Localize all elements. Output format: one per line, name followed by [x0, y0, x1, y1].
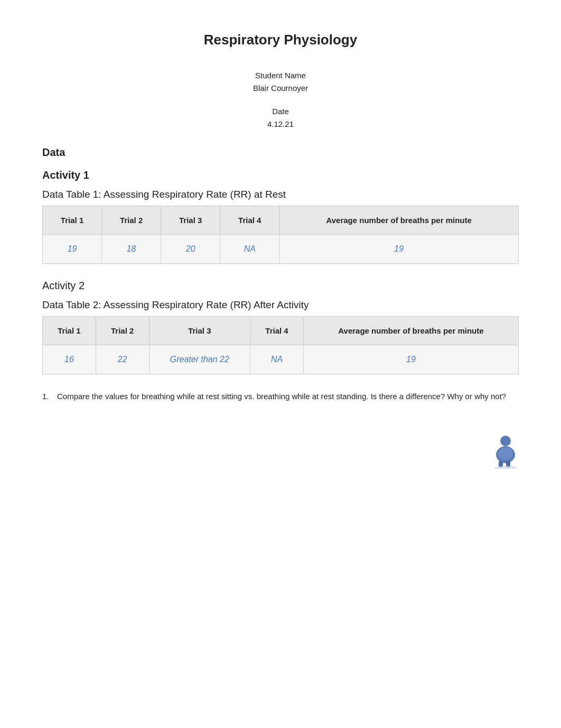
- activity2-table-label: Data Table 2: Assessing Respiratory Rate…: [42, 299, 519, 311]
- person-icon: [471, 435, 519, 469]
- svg-point-4: [494, 466, 517, 469]
- student-name: Blair Cournoyer: [42, 82, 519, 95]
- date-label: Date: [42, 105, 519, 118]
- activity2-heading: Activity 2: [42, 280, 519, 292]
- activity2-col-trial4: Trial 4: [250, 317, 304, 345]
- student-label: Student Name: [42, 69, 519, 82]
- activity1-trial4-value: NA: [220, 235, 279, 264]
- svg-point-0: [500, 436, 511, 446]
- activity2-col-trial2: Trial 2: [96, 317, 149, 345]
- activity2-col-trial3: Trial 3: [149, 317, 250, 345]
- student-info: Student Name Blair Cournoyer: [42, 69, 519, 95]
- activity1-average-value: 19: [279, 235, 519, 264]
- activity1-col-trial3: Trial 3: [161, 206, 220, 235]
- activity1-col-trial1: Trial 1: [43, 206, 102, 235]
- activity1-table: Trial 1 Trial 2 Trial 3 Trial 4 Average …: [42, 206, 519, 264]
- questions-section: 1. Compare the values for breathing whil…: [42, 390, 519, 403]
- activity1-col-trial2: Trial 2: [102, 206, 161, 235]
- question-1: 1. Compare the values for breathing whil…: [42, 390, 519, 403]
- date-info: Date 4.12.21: [42, 105, 519, 131]
- activity1-col-trial4: Trial 4: [220, 206, 279, 235]
- activity2-trial1-value: 16: [43, 345, 96, 374]
- activity2-data-row: 16 22 Greater than 22 NA 19: [43, 345, 519, 374]
- activity2-col-average: Average number of breaths per minute: [303, 317, 518, 345]
- activity1-trial2-value: 18: [102, 235, 161, 264]
- activity1-data-row: 19 18 20 NA 19: [43, 235, 519, 264]
- activity2-table: Trial 1 Trial 2 Trial 3 Trial 4 Average …: [42, 316, 519, 374]
- avatar-area: [42, 435, 519, 469]
- activity2-trial3-value: Greater than 22: [149, 345, 250, 374]
- date-value: 4.12.21: [42, 118, 519, 131]
- activity2-trial4-value: NA: [250, 345, 304, 374]
- activity1-heading: Activity 1: [42, 169, 519, 181]
- data-heading: Data: [42, 146, 519, 159]
- activity1-trial1-value: 19: [43, 235, 102, 264]
- page-title: Respiratory Physiology: [42, 32, 519, 48]
- svg-point-5: [498, 447, 513, 460]
- activity2-trial2-value: 22: [96, 345, 149, 374]
- question-1-number: 1.: [42, 390, 53, 403]
- activity2-average-value: 19: [303, 345, 518, 374]
- activity1-col-average: Average number of breaths per minute: [279, 206, 519, 235]
- activity1-table-label: Data Table 1: Assessing Respiratory Rate…: [42, 189, 519, 200]
- question-1-text: Compare the values for breathing while a…: [57, 390, 506, 403]
- activity2-col-trial1: Trial 1: [43, 317, 96, 345]
- activity1-trial3-value: 20: [161, 235, 220, 264]
